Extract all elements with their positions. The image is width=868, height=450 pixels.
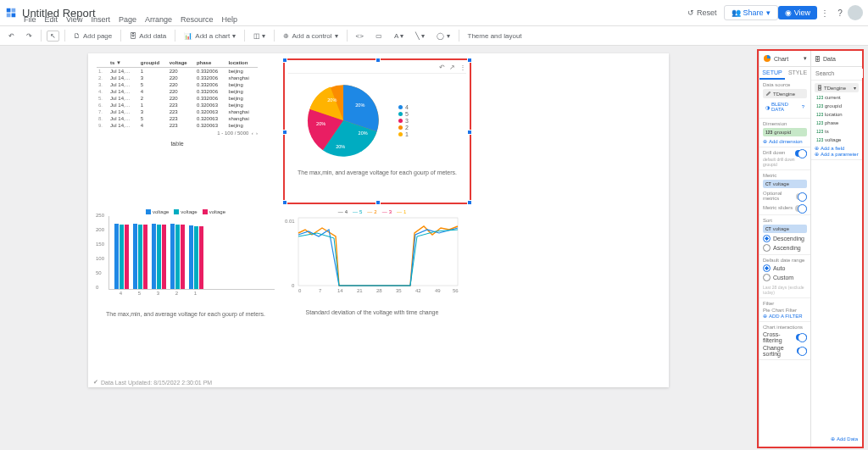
table-row[interactable]: 7.Jul 14,…32230.320063shanghai [97,108,258,115]
menu-file[interactable]: File [24,15,36,24]
menu-edit[interactable]: Edit [45,15,58,24]
menu-arrange[interactable]: Arrange [145,15,172,24]
svg-rect-1 [12,8,16,13]
pie-chart-selected[interactable]: ↶ ↗ ⋮ 20% 20% 20% 20% 20% [283,58,471,204]
table-row[interactable]: 9.Jul 14,…42230.320063beijing [97,122,258,129]
table-header[interactable] [97,58,108,68]
toolbar: ↶ ↷ ↖ 🗋Add page 🗄Add data 📊Add a chart ▾… [0,25,868,46]
add-param-link[interactable]: ⊕ Add a parameter [815,151,859,157]
community-viz-button[interactable]: ◫ ▾ [250,32,269,40]
image-button[interactable]: ▭ [372,32,386,40]
table-row[interactable]: 5.Jul 14,…22200.332006beijing [97,95,258,102]
url-embed-button[interactable]: <> [353,32,367,40]
table-row[interactable]: 6.Jul 14,…12230.320063beijing [97,102,258,108]
add-page-button[interactable]: 🗋Add page [70,32,115,40]
label-data-source: Data source [763,82,807,87]
chip-dimension[interactable]: 123groupid [763,128,807,136]
menu-bar: File Edit View Insert Page Arrange Resou… [24,15,237,24]
chip-metric[interactable]: CTvoltage [763,180,807,188]
tab-setup[interactable]: SETUP [760,67,785,80]
field-item[interactable]: 123location [815,111,859,118]
add-filter-link[interactable]: ⊕ ADD A FILTER [763,313,807,319]
chip-ds-list[interactable]: 🗄 TDengine▾ [815,83,859,92]
shape-button[interactable]: ◯ ▾ [433,32,453,40]
pie-svg: 20% 20% 20% 20% 20% [288,74,398,167]
menu-insert[interactable]: Insert [91,15,110,24]
selection-tool[interactable]: ↖ [47,31,59,42]
chip-sort-field[interactable]: CTvoltage [763,225,807,233]
undo-button[interactable]: ↶ [5,32,18,40]
person-add-icon: 👥 [732,8,741,17]
chip-datasource[interactable]: TDengine [763,89,807,98]
change-sort-toggle[interactable] [797,347,807,354]
chart-panel: Chart▾ SETUPSTYLE Data source TDengine ◑… [759,51,810,447]
more-options-button[interactable]: ⋮ [817,5,832,20]
help-button[interactable]: ? [832,5,848,20]
table-row[interactable]: 3.Jul 14,…52200.332006beijing [97,81,258,88]
line-button[interactable]: ╲ ▾ [412,32,428,40]
table-header[interactable]: phase [195,58,226,68]
drilldown-toggle[interactable] [795,150,807,157]
table-pager[interactable]: 1 - 100 / 5000 ‹ › [97,131,258,136]
metric-sliders-toggle[interactable] [795,205,807,212]
label-metric-sliders: Metric sliders [763,205,793,210]
radio-descending[interactable]: Descending [763,235,807,242]
svg-text:20%: 20% [316,121,326,126]
table-row[interactable]: 4.Jul 14,…42200.332006beijing [97,88,258,95]
opt-metrics-toggle[interactable] [796,193,807,200]
avatar[interactable] [848,5,863,20]
field-item[interactable]: 123current [815,94,859,101]
export-icon[interactable]: ↗ [449,64,455,71]
svg-text:56: 56 [453,288,459,292]
add-chart-button[interactable]: 📊Add a chart ▾ [181,32,239,40]
text-button[interactable]: A ▾ [391,32,407,40]
data-panel: 🗄Data 🗄 TDengine▾ 123current123groupid12… [810,51,862,447]
radio-custom[interactable]: Custom [763,274,807,281]
add-field-link[interactable]: ⊕ Add a field [815,145,859,151]
bar-chart[interactable]: voltage voltage voltage 250200 150100 50… [97,209,275,317]
database-icon: 🗄 [130,32,136,40]
menu-help[interactable]: Help [222,15,238,24]
redo-button[interactable]: ↷ [23,32,36,40]
menu-view[interactable]: View [66,15,82,24]
menu-page[interactable]: Page [119,15,136,24]
blend-data-button[interactable]: ◑BLEND DATA? [763,100,807,114]
cross-filter-toggle[interactable] [796,334,807,341]
chart-more-icon[interactable]: ⋮ [459,64,466,71]
data-freshness-footer: ✔Data Last Updated: 8/15/2022 2:30:01 PM [93,379,212,386]
sort-icon[interactable]: ↶ [439,64,445,71]
canvas[interactable]: ts ▼groupidvoltagephaselocation 1.Jul 14… [0,46,757,450]
table-header[interactable]: location [226,58,258,68]
menu-resource[interactable]: Resource [181,15,214,24]
field-item[interactable]: 123ts [815,128,859,135]
field-item[interactable]: 123phase [815,119,859,126]
reset-button[interactable]: ↺ Reset [681,6,724,19]
table-chart[interactable]: ts ▼groupidvoltagephaselocation 1.Jul 14… [97,58,258,147]
radio-auto[interactable]: Auto [763,264,807,272]
check-icon: ✔ [93,379,98,386]
table-header[interactable]: groupid [139,58,168,68]
theme-layout-button[interactable]: Theme and layout [465,32,526,40]
share-button[interactable]: 👥Share ▾ [724,5,778,20]
chevron-down-icon[interactable]: ▾ [804,55,807,62]
field-item[interactable]: 123voltage [815,136,859,143]
field-item[interactable]: 123groupid [815,103,859,109]
add-data-link[interactable]: ⊕ Add Data [831,436,858,442]
table-header[interactable]: voltage [168,58,195,68]
radio-ascending[interactable]: Ascending [763,244,807,252]
add-data-button[interactable]: 🗄Add data [126,32,170,40]
label-filter: Filter [763,301,807,306]
blend-icon: ◑ [765,104,770,110]
add-control-button[interactable]: ⊕ Add a control ▾ [280,32,341,40]
search-input[interactable] [814,69,863,78]
table-row[interactable]: 2.Jul 14,…32200.332006shanghai [97,75,258,81]
svg-text:0.01: 0.01 [285,219,295,224]
add-dimension-link[interactable]: ⊕ Add dimension [763,138,807,144]
tab-style[interactable]: STYLE [785,67,810,80]
table-row[interactable]: 8.Jul 14,…52230.320063shanghai [97,115,258,122]
help-icon[interactable]: ? [802,104,804,109]
line-chart[interactable]: — 4 — 5 — 2 — 3 — 1 0.010 07142128354249… [283,209,461,315]
view-button[interactable]: ◉View [778,6,817,19]
table-header[interactable]: ts ▼ [108,58,139,68]
table-row[interactable]: 1.Jul 14,…12200.332006beijing [97,68,258,75]
